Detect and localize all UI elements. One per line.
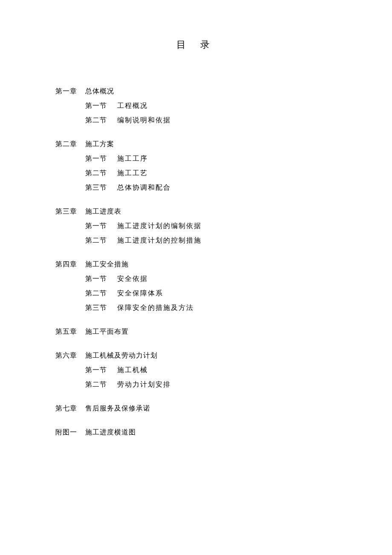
toc-chapter: 第七章 售后服务及保修承诺 xyxy=(55,403,337,413)
section-line: 第二节 施工工艺 xyxy=(55,168,337,178)
chapter-name: 第七章 xyxy=(55,403,85,413)
toc-chapter: 第五章 施工平面布置 xyxy=(55,327,337,337)
section-title: 保障安全的措施及方法 xyxy=(117,303,194,313)
toc-chapter: 附图一 施工进度横道图 xyxy=(55,427,337,437)
section-title: 施工机械 xyxy=(117,365,148,375)
chapter-name: 第一章 xyxy=(55,86,85,96)
section-name: 第一节 xyxy=(85,153,117,164)
chapter-line: 第一章 总体概况 xyxy=(55,86,337,96)
section-name: 第一节 xyxy=(85,101,117,111)
chapter-name: 第三章 xyxy=(55,206,85,217)
toc-chapter: 第二章 施工方案 第一节 施工工序 第二节 施工工艺 第三节 总体协调和配合 xyxy=(55,139,337,193)
chapter-title: 施工方案 xyxy=(85,139,114,149)
section-name: 第一节 xyxy=(85,365,117,375)
chapter-title: 总体概况 xyxy=(85,86,114,96)
toc-chapter: 第六章 施工机械及劳动力计划 第一节 施工机械 第二节 劳动力计划安排 xyxy=(55,350,337,390)
section-name: 第二节 xyxy=(85,235,117,246)
chapter-line: 附图一 施工进度横道图 xyxy=(55,427,337,437)
chapter-line: 第四章 施工安全措施 xyxy=(55,259,337,269)
section-line: 第一节 安全依据 xyxy=(55,274,337,284)
section-name: 第二节 xyxy=(85,168,117,178)
section-line: 第一节 施工进度计划的编制依据 xyxy=(55,221,337,231)
section-title: 编制说明和依据 xyxy=(117,115,171,125)
section-name: 第三节 xyxy=(85,182,117,193)
section-line: 第三节 总体协调和配合 xyxy=(55,182,337,193)
chapter-name: 第五章 xyxy=(55,327,85,337)
chapter-line: 第六章 施工机械及劳动力计划 xyxy=(55,350,337,361)
toc-chapter: 第一章 总体概况 第一节 工程概况 第二节 编制说明和依据 xyxy=(55,86,337,125)
chapter-title: 施工安全措施 xyxy=(85,259,129,269)
section-name: 第二节 xyxy=(85,115,117,125)
section-line: 第二节 安全保障体系 xyxy=(55,288,337,298)
section-title: 工程概况 xyxy=(117,101,148,111)
section-line: 第一节 工程概况 xyxy=(55,101,337,111)
chapter-title: 施工进度横道图 xyxy=(85,427,136,437)
chapter-title: 施工平面布置 xyxy=(85,327,129,337)
section-title: 安全保障体系 xyxy=(117,288,163,298)
section-line: 第一节 施工机械 xyxy=(55,365,337,375)
section-name: 第一节 xyxy=(85,274,117,284)
chapter-line: 第三章 施工进度表 xyxy=(55,206,337,217)
chapter-title: 售后服务及保修承诺 xyxy=(85,403,150,413)
section-name: 第一节 xyxy=(85,221,117,231)
page-title: 目 录 xyxy=(55,38,337,51)
section-title: 施工进度计划的控制措施 xyxy=(117,235,202,246)
chapter-name: 第六章 xyxy=(55,350,85,361)
chapter-line: 第七章 售后服务及保修承诺 xyxy=(55,403,337,413)
section-name: 第二节 xyxy=(85,288,117,298)
section-title: 总体协调和配合 xyxy=(117,182,171,193)
chapter-name: 附图一 xyxy=(55,427,85,437)
chapter-name: 第二章 xyxy=(55,139,85,149)
section-line: 第二节 劳动力计划安排 xyxy=(55,379,337,390)
section-title: 施工工序 xyxy=(117,153,148,164)
toc-chapter: 第三章 施工进度表 第一节 施工进度计划的编制依据 第二节 施工进度计划的控制措… xyxy=(55,206,337,246)
section-title: 施工工艺 xyxy=(117,168,148,178)
section-name: 第三节 xyxy=(85,303,117,313)
table-of-contents: 第一章 总体概况 第一节 工程概况 第二节 编制说明和依据 第二章 施工方案 第… xyxy=(55,86,337,437)
section-line: 第三节 保障安全的措施及方法 xyxy=(55,303,337,313)
section-line: 第二节 施工进度计划的控制措施 xyxy=(55,235,337,246)
section-title: 施工进度计划的编制依据 xyxy=(117,221,202,231)
section-title: 安全依据 xyxy=(117,274,148,284)
chapter-name: 第四章 xyxy=(55,259,85,269)
toc-chapter: 第四章 施工安全措施 第一节 安全依据 第二节 安全保障体系 第三节 保障安全的… xyxy=(55,259,337,313)
section-title: 劳动力计划安排 xyxy=(117,379,171,390)
chapter-line: 第二章 施工方案 xyxy=(55,139,337,149)
chapter-line: 第五章 施工平面布置 xyxy=(55,327,337,337)
chapter-title: 施工机械及劳动力计划 xyxy=(85,350,158,361)
section-line: 第二节 编制说明和依据 xyxy=(55,115,337,125)
section-name: 第二节 xyxy=(85,379,117,390)
chapter-title: 施工进度表 xyxy=(85,206,121,217)
section-line: 第一节 施工工序 xyxy=(55,153,337,164)
